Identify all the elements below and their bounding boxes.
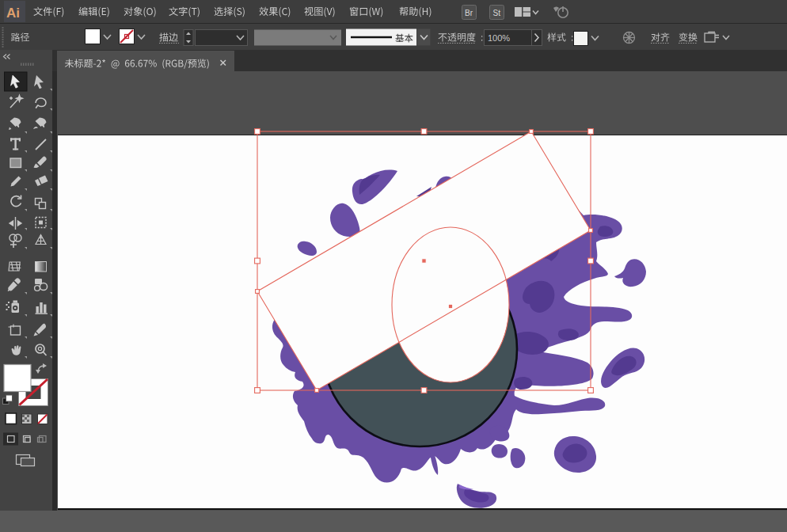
svg-text:St: St bbox=[493, 9, 501, 17]
svg-text:Ai: Ai bbox=[6, 6, 20, 21]
svg-text:Br: Br bbox=[465, 9, 473, 17]
svg-text:100%: 100% bbox=[488, 33, 510, 43]
